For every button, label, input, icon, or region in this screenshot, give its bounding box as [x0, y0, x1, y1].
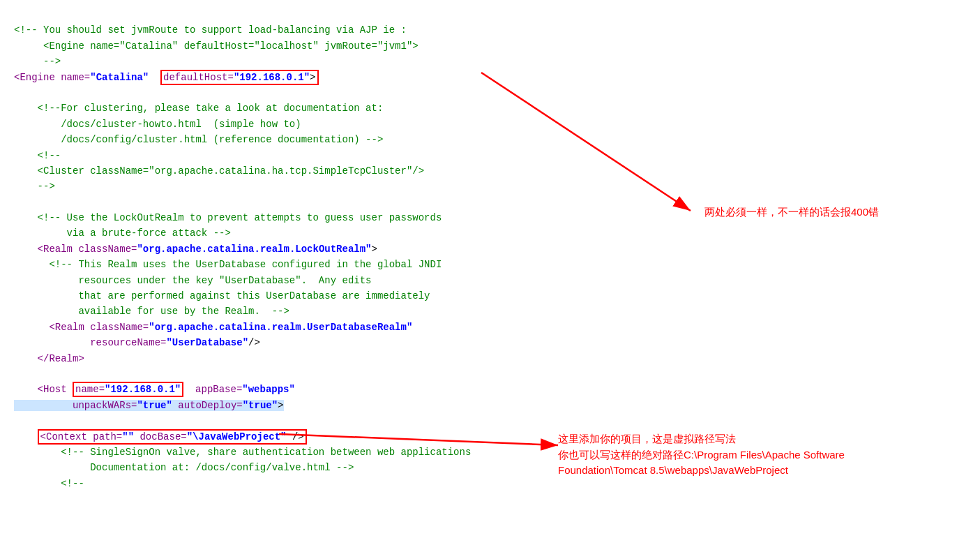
line-22: </Realm> — [14, 353, 84, 364]
line-4: <Engine name="Catalina" defaultHost="192… — [14, 70, 319, 85]
line-14: via a brute-force attack --> — [14, 227, 231, 239]
line-21: resourceName="UserDatabase"/> — [14, 337, 260, 348]
line-8: /docs/config/cluster.html (reference doc… — [14, 134, 383, 145]
line-18: that are performed against this UserData… — [14, 290, 430, 301]
line-15: <Realm className="org.apache.catalina.re… — [14, 244, 377, 255]
line-2: <Engine name="Catalina" defaultHost="loc… — [14, 40, 419, 52]
line-6: <!--For clustering, please take a look a… — [14, 103, 383, 114]
line-27: <!-- SingleSignOn valve, share authentic… — [14, 447, 471, 458]
line-3: --> — [14, 56, 61, 67]
line-23 — [14, 368, 20, 380]
line-11: --> — [14, 181, 55, 192]
line-1: <!-- You should set jvmRoute to support … — [14, 24, 407, 36]
line-host-attrs: unpackWARs="true" autoDeploy="true"> — [14, 400, 284, 411]
line-context: <Context path="" docBase="\JavaWebProjec… — [14, 429, 307, 445]
line-19: available for use by the Realm. --> — [14, 306, 289, 317]
line-17: resources under the key "UserDatabase". … — [14, 275, 371, 286]
annotation-line-1: 这里添加你的项目，这是虚拟路径写法 — [558, 431, 845, 447]
annotation-line-3: Foundation\Tomcat 8.5\webapps\JavaWebPro… — [558, 463, 845, 479]
line-20: <Realm className="org.apache.catalina.re… — [14, 322, 412, 333]
line-host: <Host name="192.168.0.1" appBase="webapp… — [14, 382, 295, 397]
code-block: <!-- You should set jvmRoute to support … — [0, 0, 980, 498]
annotation-bottom-right: 这里添加你的项目，这是虚拟路径写法 你也可以写这样的绝对路径C:\Program… — [558, 431, 845, 479]
annotation-line-2: 你也可以写这样的绝对路径C:\Program Files\Apache Soft… — [558, 447, 845, 463]
line-5 — [14, 87, 20, 98]
line-13: <!-- Use the LockOutRealm to prevent att… — [14, 212, 442, 223]
annotation-top-right: 两处必须一样，不一样的话会报400错 — [704, 206, 879, 219]
line-7: /docs/cluster-howto.html (simple how to) — [14, 119, 301, 130]
line-10: <Cluster className="org.apache.catalina.… — [14, 165, 424, 177]
line-29: <!-- — [14, 478, 84, 489]
line-9: <!-- — [14, 150, 61, 161]
line-16: <!-- This Realm uses the UserDatabase co… — [14, 259, 442, 270]
line-12 — [14, 197, 20, 208]
line-28: Documentation at: /docs/config/valve.htm… — [14, 462, 354, 473]
